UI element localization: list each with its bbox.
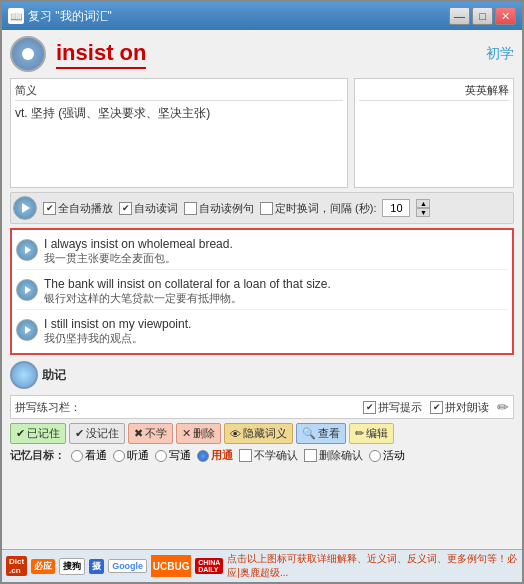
spell-input[interactable] <box>85 398 359 416</box>
ex-tri-2 <box>25 286 31 294</box>
example-cn-3: 我仍坚持我的观点。 <box>44 331 508 346</box>
noxue-confirm-checkbox[interactable] <box>239 449 252 462</box>
example-en-2: The bank will insist on collateral for a… <box>44 277 508 291</box>
spell-read-ctrl[interactable]: ✔ 拼对朗读 <box>430 400 489 415</box>
spell-hint-ctrl[interactable]: ✔ 拼写提示 <box>363 400 422 415</box>
spell-options: ✔ 拼写提示 ✔ 拼对朗读 ✏ <box>363 399 509 415</box>
example-en-1: I always insist on wholemeal bread. <box>44 237 508 251</box>
logo-sogou[interactable]: 搜狗 <box>59 558 85 575</box>
ex-tri-3 <box>25 326 31 334</box>
example-play-icon-1[interactable] <box>16 239 38 261</box>
radio-xietong-label: 写通 <box>169 448 191 463</box>
titlebar-left: 📖 复习 "我的词汇" <box>8 8 112 25</box>
target-option-tingtong[interactable]: 听通 <box>113 448 149 463</box>
not-remembered-button[interactable]: ✔ 没记住 <box>69 423 125 444</box>
autoread-ctrl[interactable]: ✔ 自动读词 <box>119 201 178 216</box>
radio-yongtong[interactable] <box>197 450 209 462</box>
target-option-active[interactable]: 活动 <box>369 448 405 463</box>
example-cn-1: 我一贯主张要吃全麦面包。 <box>44 251 508 266</box>
logo-chinadaily[interactable]: CHINADAILY <box>195 558 223 574</box>
word-header: insist on 初学 <box>10 34 514 74</box>
example-play-icon-2[interactable] <box>16 279 38 301</box>
skip-button[interactable]: ✖ 不学 <box>128 423 173 444</box>
spell-read-label: 拼对朗读 <box>445 400 489 415</box>
assist-icon[interactable] <box>10 361 38 389</box>
titlebar: 📖 复习 "我的词汇" — □ ✕ <box>2 2 522 30</box>
autoread-checkbox[interactable]: ✔ <box>119 202 132 215</box>
target-option-kangtong[interactable]: 看通 <box>71 448 107 463</box>
delete-confirm-ctrl[interactable]: 删除确认 <box>304 448 363 463</box>
hide-meaning-button[interactable]: 👁 隐藏词义 <box>224 423 293 444</box>
autoread-label: 自动读词 <box>134 201 178 216</box>
spell-edit-icon[interactable]: ✏ <box>497 399 509 415</box>
not-remembered-label: 没记住 <box>86 426 119 441</box>
action-buttons-row1: ✔ 已记住 ✔ 没记住 ✖ 不学 ✕ 删除 👁 隐藏词义 🔍 查看 <box>10 423 514 444</box>
spell-bar: 拼写练习栏： ✔ 拼写提示 ✔ 拼对朗读 ✏ <box>10 395 514 419</box>
logo-dict[interactable]: Dict.cn <box>6 556 27 576</box>
radio-kantong[interactable] <box>71 450 83 462</box>
spell-label: 拼写练习栏： <box>15 400 81 415</box>
assist-label: 助记 <box>42 367 66 384</box>
logo-biyng[interactable]: 必应 <box>31 559 55 574</box>
maximize-button[interactable]: □ <box>472 7 493 25</box>
autotimer-ctrl[interactable]: 定时换词，间隔 (秒): <box>260 201 376 216</box>
delete-label: 删除 <box>193 426 215 441</box>
skip-label: 不学 <box>145 426 167 441</box>
controls-bar: ✔ 全自动播放 ✔ 自动读词 自动读例句 定时换词，间隔 (秒): ▲ ▼ <box>10 192 514 224</box>
view-label: 查看 <box>318 426 340 441</box>
edit-button[interactable]: ✏ 编辑 <box>349 423 394 444</box>
autoplay-ctrl[interactable]: ✔ 全自动播放 <box>43 201 113 216</box>
minimize-button[interactable]: — <box>449 7 470 25</box>
example-en-3: I still insist on my viewpoint. <box>44 317 508 331</box>
autoex-label: 自动读例句 <box>199 201 254 216</box>
dict-left-header: 简义 <box>15 83 343 101</box>
autoex-ctrl[interactable]: 自动读例句 <box>184 201 254 216</box>
radio-yongtong-label: 用通 <box>211 448 233 463</box>
autotimer-label: 定时换词，间隔 (秒): <box>275 201 376 216</box>
logo-camera[interactable]: 摄 <box>89 559 104 574</box>
assist-row: 助记 <box>10 359 514 391</box>
logo-google[interactable]: Google <box>108 559 147 573</box>
spin-up-button[interactable]: ▲ <box>416 199 430 208</box>
remembered-icon: ✔ <box>16 427 25 440</box>
example-play-icon-3[interactable] <box>16 319 38 341</box>
autoex-checkbox[interactable] <box>184 202 197 215</box>
radio-xietong[interactable] <box>155 450 167 462</box>
radio-tingtong[interactable] <box>113 450 125 462</box>
remembered-button[interactable]: ✔ 已记住 <box>10 423 66 444</box>
target-option-yongtong[interactable]: 用通 <box>197 448 233 463</box>
autoplay-icon[interactable] <box>13 196 37 220</box>
example-text-2: The bank will insist on collateral for a… <box>44 277 508 306</box>
example-item-2: The bank will insist on collateral for a… <box>16 274 508 310</box>
skip-icon: ✖ <box>134 427 143 440</box>
target-row: 记忆目标： 看通 听通 写通 用通 不学确认 <box>10 448 514 463</box>
view-icon: 🔍 <box>302 427 316 440</box>
noxue-confirm-ctrl[interactable]: 不学确认 <box>239 448 298 463</box>
delete-button[interactable]: ✕ 删除 <box>176 423 221 444</box>
spin-buttons: ▲ ▼ <box>416 199 430 217</box>
word-level: 初学 <box>486 45 514 63</box>
footer-logos: Dict.cn 必应 搜狗 摄 Google UCBUG CHINADAILY <box>6 555 223 577</box>
word-icon-inner <box>22 48 34 60</box>
delete-confirm-label: 删除确认 <box>319 448 363 463</box>
autotimer-checkbox[interactable] <box>260 202 273 215</box>
footer-text: 点击以上图标可获取详细解释、近义词、反义词、更多例句等！必应|奥鹿超级... <box>227 552 518 580</box>
spell-hint-checkbox[interactable]: ✔ <box>363 401 376 414</box>
dict-left-panel: 简义 vt. 坚持 (强调、坚决要求、坚决主张) <box>10 78 348 188</box>
spell-read-checkbox[interactable]: ✔ <box>430 401 443 414</box>
interval-input[interactable] <box>382 199 410 217</box>
spin-down-button[interactable]: ▼ <box>416 208 430 217</box>
hide-meaning-label: 隐藏词义 <box>243 426 287 441</box>
logo-ucbug[interactable]: UCBUG <box>151 555 191 577</box>
delete-confirm-checkbox[interactable] <box>304 449 317 462</box>
window-controls: — □ ✕ <box>449 7 516 25</box>
view-button[interactable]: 🔍 查看 <box>296 423 346 444</box>
target-option-xietong[interactable]: 写通 <box>155 448 191 463</box>
example-cn-2: 银行对这样的大笔贷款一定要有抵押物。 <box>44 291 508 306</box>
radio-active[interactable] <box>369 450 381 462</box>
noxue-confirm-label: 不学确认 <box>254 448 298 463</box>
example-item-1: I always insist on wholemeal bread. 我一贯主… <box>16 234 508 270</box>
autoplay-checkbox[interactable]: ✔ <box>43 202 56 215</box>
close-button[interactable]: ✕ <box>495 7 516 25</box>
word-play-icon[interactable] <box>10 36 46 72</box>
